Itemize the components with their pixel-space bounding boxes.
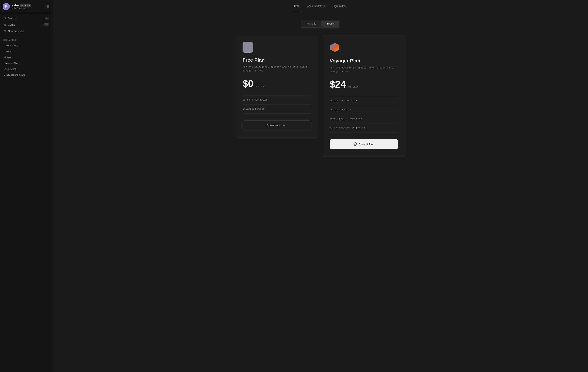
downgrade-plan-button[interactable]: Downgrade plan — [242, 120, 311, 130]
top-nav: Plan Account details Sign-in data — [53, 0, 588, 12]
scenario-item-egyptian-night[interactable]: Egyptian Night — [1, 60, 51, 66]
voyager-plan-icon — [330, 42, 398, 53]
search-kbd: ⌘K — [45, 17, 49, 20]
scenario-item-quite-night[interactable]: Quite Night — [1, 66, 51, 72]
free-feature-1: Up to 5 scenarios — [242, 95, 311, 105]
voyager-plan-card: Voyager Plan For the occasional creator … — [323, 35, 405, 157]
scenario-item-cruise[interactable]: Cruise — [1, 48, 51, 54]
yearly-toggle-button[interactable]: Yearly — [321, 21, 339, 27]
cards-nav-item[interactable]: Cards ⇧⌘N — [1, 22, 51, 28]
voyager-plan-price: $24 PER YEAR — [330, 79, 398, 89]
sidebar: K Keiko VOYAGER keiko@gm.com — [0, 0, 53, 372]
tab-account-details[interactable]: Account details — [306, 0, 326, 12]
scenarios-section-label: SCENARIOS — [0, 38, 52, 42]
user-name: Keiko VOYAGER — [12, 4, 31, 7]
voyager-plan-name: Voyager Plan — [330, 58, 398, 64]
panel-icon — [46, 5, 49, 8]
tab-plan[interactable]: Plan — [294, 0, 300, 12]
user-email: keiko@gm.com — [12, 7, 31, 9]
cards-nav-left: Cards — [3, 23, 15, 26]
scenario-item-crazy-dream[interactable]: Crazy dream [draft] — [1, 72, 51, 78]
svg-marker-6 — [330, 43, 339, 52]
user-text: Keiko VOYAGER keiko@gm.com — [12, 4, 31, 9]
new-scenario-nav-item[interactable]: New scenario — [1, 28, 51, 34]
free-plan-icon — [242, 42, 253, 53]
search-icon — [3, 17, 6, 20]
sidebar-header: K Keiko VOYAGER keiko@gm.com — [0, 0, 52, 13]
scenario-item-village[interactable]: Village — [1, 54, 51, 60]
scenario-list: Cruise Test #1 Cruise Village Egyptian N… — [0, 42, 52, 78]
free-price-period: PER YEAR — [255, 85, 266, 88]
sidebar-toggle-button[interactable] — [45, 4, 50, 9]
user-profile[interactable]: K Keiko VOYAGER keiko@gm.com — [3, 3, 31, 10]
free-feature-2: Unlimited cards — [242, 105, 311, 114]
voyager-price-amount: $24 — [330, 79, 346, 89]
voyager-hexagon-icon — [330, 42, 340, 53]
svg-line-3 — [5, 19, 6, 20]
voyager-feature-4: AI Game Master Companion — [330, 123, 398, 132]
voyager-feature-1: Unlimited scenarios — [330, 96, 398, 105]
scenario-item-cruise-test[interactable]: Cruise Test #1 — [1, 43, 51, 48]
svg-rect-1 — [47, 5, 49, 8]
current-plan-button[interactable]: ⊙ Current Plan — [330, 139, 398, 149]
diamond-icon — [3, 30, 6, 33]
svg-rect-4 — [4, 24, 6, 25]
avatar: K — [3, 3, 10, 10]
free-price-amount: $0 — [242, 79, 253, 88]
cards-label: Cards — [8, 23, 15, 26]
free-plan-name: Free Plan — [242, 57, 311, 63]
voyager-price-period: PER YEAR — [347, 86, 358, 88]
search-nav-left: Search — [3, 17, 16, 20]
billing-toggle: Monthly Yearly — [301, 20, 340, 28]
search-label: Search — [8, 17, 16, 20]
plans-container: Free Plan For the occasional creator and… — [236, 35, 405, 157]
free-plan-card: Free Plan For the occasional creator and… — [236, 35, 318, 138]
monthly-toggle-button[interactable]: Monthly — [302, 21, 321, 27]
content-area: Monthly Yearly Free Plan For the occasio… — [53, 12, 588, 372]
svg-rect-0 — [46, 5, 47, 8]
voyager-feature-2: Unlimited cards — [330, 105, 398, 114]
cards-icon — [3, 23, 6, 26]
user-name-text: Keiko — [12, 4, 19, 7]
voyager-plan-features: Unlimited scenarios Unlimited cards Shar… — [330, 96, 398, 132]
free-plan-desc: For the occasional creator and to give T… — [242, 65, 311, 73]
free-plan-price: $0 PER YEAR — [242, 79, 311, 88]
free-plan-features: Up to 5 scenarios Unlimited cards — [242, 95, 311, 114]
voyager-plan-desc: For the occasional creator and to give T… — [330, 66, 398, 73]
voyager-feature-3: Sharing with community — [330, 114, 398, 123]
new-scenario-label: New scenario — [8, 30, 24, 33]
search-nav-item[interactable]: Search ⌘K — [1, 15, 51, 21]
cards-kbd: ⇧⌘N — [43, 23, 49, 26]
user-badge: VOYAGER — [20, 4, 31, 7]
sidebar-nav: Search ⌘K Cards ⇧⌘N Ne — [0, 13, 52, 36]
current-plan-label: Current Plan — [358, 142, 374, 146]
main-content: Plan Account details Sign-in data Monthl… — [53, 0, 588, 372]
check-circle-icon: ⊙ — [354, 142, 357, 146]
tab-sign-in-data[interactable]: Sign-in data — [332, 0, 347, 12]
